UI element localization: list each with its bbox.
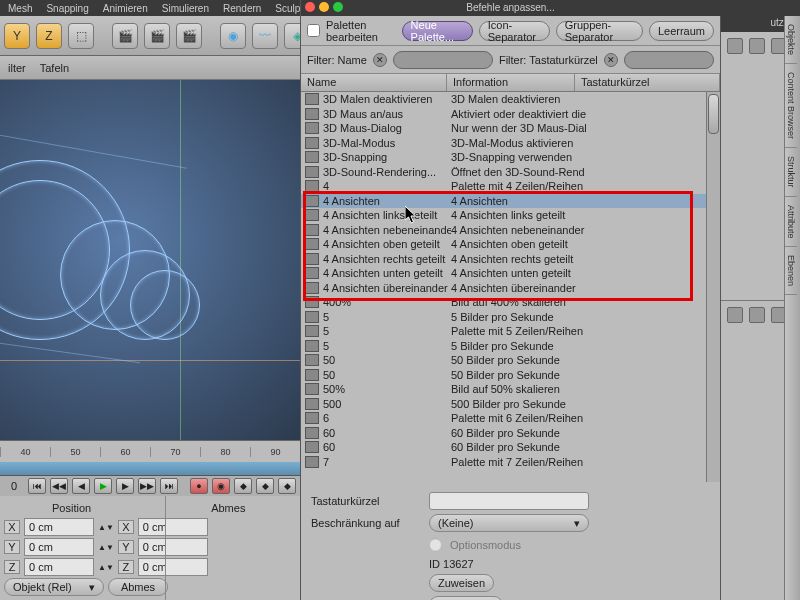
3d-viewport[interactable] xyxy=(0,80,300,480)
step-back-button[interactable]: ◀◀ xyxy=(50,478,68,494)
record-button[interactable]: ● xyxy=(190,478,208,494)
cube-icon[interactable]: ◉ xyxy=(220,23,246,49)
dim-y-input[interactable] xyxy=(138,538,208,556)
autokey-button[interactable]: ◉ xyxy=(212,478,230,494)
list-item[interactable]: 5050 Bilder pro Sekunde xyxy=(301,353,720,368)
header-name[interactable]: Name xyxy=(301,74,447,91)
clapper2-icon[interactable]: 🎬 xyxy=(144,23,170,49)
coord-mode-select[interactable]: Objekt (Rel)▾ xyxy=(4,578,104,596)
list-item[interactable]: 7Palette mit 7 Zeilen/Reihen xyxy=(301,455,720,470)
step-fwd-button[interactable]: ▶▶ xyxy=(138,478,156,494)
filter-shortcut-input[interactable] xyxy=(624,51,714,69)
dimension-button[interactable]: Abmes xyxy=(108,578,168,596)
tab-objekte[interactable]: Objekte xyxy=(785,16,797,64)
list-item[interactable]: 6060 Bilder pro Sekunde xyxy=(301,426,720,441)
icon-separator-button[interactable]: Icon-Separator xyxy=(479,21,550,41)
list-item[interactable]: 3D-Mal-Modus3D-Mal-Modus aktivieren xyxy=(301,136,720,151)
scrollbar-thumb[interactable] xyxy=(708,94,719,134)
command-info: 5 Bilder pro Sekunde xyxy=(451,311,631,323)
goto-end-button[interactable]: ⏭ xyxy=(160,478,178,494)
axis-z-button[interactable]: Z xyxy=(36,23,62,49)
close-icon[interactable] xyxy=(305,2,315,12)
play-button[interactable]: ▶ xyxy=(94,478,112,494)
new-palette-button[interactable]: Neue Palette... xyxy=(402,21,473,41)
menu-mesh[interactable]: Mesh xyxy=(8,3,32,14)
command-icon xyxy=(305,93,319,105)
tab-struktur[interactable]: Struktur xyxy=(785,148,797,197)
header-shortcut[interactable]: Tastaturkürzel xyxy=(575,74,720,91)
list-item[interactable]: 5050 Bilder pro Sekunde xyxy=(301,368,720,383)
shortcut-input[interactable] xyxy=(429,492,589,510)
pos-y-input[interactable] xyxy=(24,538,94,556)
list-item[interactable]: 4 Ansichten links geteilt4 Ansichten lin… xyxy=(301,208,720,223)
list-item[interactable]: 4 Ansichten unten geteilt4 Ansichten unt… xyxy=(301,266,720,281)
list-item[interactable]: 3D-Snapping3D-Snapping verwenden xyxy=(301,150,720,165)
command-name: 4 Ansichten xyxy=(323,195,451,207)
edit-palettes-checkbox[interactable] xyxy=(307,24,320,37)
list-item[interactable]: 500500 Bilder pro Sekunde xyxy=(301,397,720,412)
timeline-bar[interactable] xyxy=(0,462,300,476)
command-icon xyxy=(305,456,319,468)
next-frame-button[interactable]: ▶ xyxy=(116,478,134,494)
pos-z-input[interactable] xyxy=(24,558,94,576)
axis-y-button[interactable]: Y xyxy=(4,23,30,49)
command-name: 3D-Sound-Rendering... xyxy=(323,166,451,178)
key-rot-button[interactable]: ◆ xyxy=(256,478,274,494)
list-item[interactable]: 400%Bild auf 400% skalieren xyxy=(301,295,720,310)
list-item[interactable]: 6060 Bilder pro Sekunde xyxy=(301,440,720,455)
list-item[interactable]: 5Palette mit 5 Zeilen/Reihen xyxy=(301,324,720,339)
dim-z-input[interactable] xyxy=(138,558,208,576)
tab-attribute[interactable]: Attribute xyxy=(785,197,797,248)
list-item[interactable]: 4 Ansichten rechts geteilt4 Ansichten re… xyxy=(301,252,720,267)
list-item[interactable]: 55 Bilder pro Sekunde xyxy=(301,339,720,354)
list-item[interactable]: 4 Ansichten oben geteilt4 Ansichten oben… xyxy=(301,237,720,252)
assign-button[interactable]: Zuweisen xyxy=(429,574,494,592)
search-icon[interactable] xyxy=(749,38,765,54)
spacer-button[interactable]: Leerraum xyxy=(649,21,714,41)
clear-name-filter-button[interactable]: ✕ xyxy=(373,53,387,67)
menu-simulieren[interactable]: Simulieren xyxy=(162,3,209,14)
list-item[interactable]: 4 Ansichten übereinander4 Ansichten über… xyxy=(301,281,720,296)
tab-content-browser[interactable]: Content Browser xyxy=(785,64,797,148)
goto-start-button[interactable]: ⏮ xyxy=(28,478,46,494)
list-item[interactable]: 55 Bilder pro Sekunde xyxy=(301,310,720,325)
tab-ebenen[interactable]: Ebenen xyxy=(785,247,797,295)
list-item[interactable]: 3D Maus an/ausAktiviert oder deaktiviert… xyxy=(301,107,720,122)
zoom-icon[interactable] xyxy=(333,2,343,12)
restrict-select[interactable]: (Keine)▾ xyxy=(429,514,589,532)
list-item[interactable]: 6Palette mit 6 Zeilen/Reihen xyxy=(301,411,720,426)
eye-icon[interactable] xyxy=(749,307,765,323)
tab-filter[interactable]: ilter xyxy=(8,62,26,74)
header-info[interactable]: Information xyxy=(447,74,575,91)
clapper3-icon[interactable]: 🎬 xyxy=(176,23,202,49)
pos-x-input[interactable] xyxy=(24,518,94,536)
menu-snapping[interactable]: Snapping xyxy=(46,3,88,14)
filter-name-input[interactable] xyxy=(393,51,493,69)
add-button[interactable]: Hinzufügen xyxy=(429,596,503,600)
minimize-icon[interactable] xyxy=(319,2,329,12)
list-item[interactable]: 3D-Sound-Rendering...Öffnet den 3D-Sound… xyxy=(301,165,720,180)
lock-icon[interactable] xyxy=(727,307,743,323)
menu-rendern[interactable]: Rendern xyxy=(223,3,261,14)
command-list[interactable]: 3D Malen deaktivieren3D Malen deaktivier… xyxy=(301,92,720,482)
dim-x-input[interactable] xyxy=(138,518,208,536)
list-scrollbar[interactable] xyxy=(706,92,720,482)
menu-animieren[interactable]: Animieren xyxy=(103,3,148,14)
list-item[interactable]: 3D Malen deaktivieren3D Malen deaktivier… xyxy=(301,92,720,107)
coord-icon[interactable]: ⬚ xyxy=(68,23,94,49)
key-scale-button[interactable]: ◆ xyxy=(278,478,296,494)
spline-icon[interactable]: 〰 xyxy=(252,23,278,49)
prev-frame-button[interactable]: ◀ xyxy=(72,478,90,494)
key-pos-button[interactable]: ◆ xyxy=(234,478,252,494)
tab-tafeln[interactable]: Tafeln xyxy=(40,62,69,74)
list-item[interactable]: 50%Bild auf 50% skalieren xyxy=(301,382,720,397)
clapper-icon[interactable]: 🎬 xyxy=(112,23,138,49)
home-icon[interactable] xyxy=(727,38,743,54)
list-item[interactable]: 4Palette mit 4 Zeilen/Reihen xyxy=(301,179,720,194)
list-item[interactable]: 4 Ansichten nebeneinander4 Ansichten neb… xyxy=(301,223,720,238)
list-item[interactable]: 3D Maus-DialogNur wenn der 3D Maus-Dial xyxy=(301,121,720,136)
group-separator-button[interactable]: Gruppen-Separator xyxy=(556,21,643,41)
timeline-ruler[interactable]: 40 50 60 70 80 90 xyxy=(0,440,300,462)
list-item[interactable]: 4 Ansichten4 Ansichten xyxy=(301,194,720,209)
clear-shortcut-filter-button[interactable]: ✕ xyxy=(604,53,618,67)
